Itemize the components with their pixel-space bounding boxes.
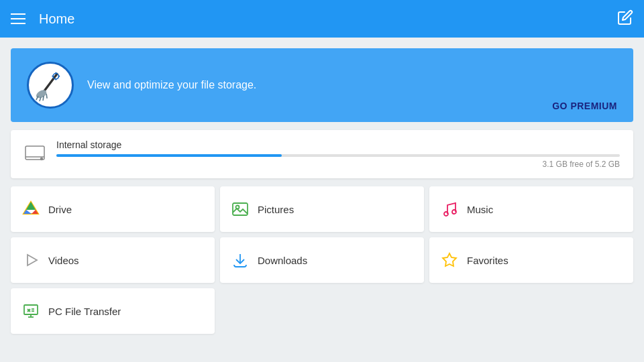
app-header: Home <box>0 0 644 38</box>
drive-item[interactable]: Drive <box>11 186 215 232</box>
storage-bar-background <box>56 154 620 157</box>
drive-icon <box>21 200 40 219</box>
storage-device-icon <box>24 142 46 166</box>
pc-file-transfer-label: PC File Transfer <box>48 306 121 317</box>
favorites-icon <box>440 251 459 269</box>
pc-file-transfer-icon <box>21 302 40 320</box>
downloads-item[interactable]: Downloads <box>220 237 424 283</box>
pc-file-transfer-item[interactable]: PC File Transfer <box>11 288 215 334</box>
pictures-label: Pictures <box>258 204 294 215</box>
pictures-item[interactable]: Pictures <box>220 186 424 232</box>
music-label: Music <box>467 204 493 215</box>
go-premium-button[interactable]: GO PREMIUM <box>552 101 617 111</box>
storage-info: Internal storage 3.1 GB free of 5.2 GB <box>56 139 620 169</box>
svg-line-5 <box>46 94 47 98</box>
music-icon <box>440 200 459 219</box>
edit-icon[interactable] <box>617 9 633 28</box>
svg-marker-23 <box>28 255 37 265</box>
banner-text: View and optimize your file storage. <box>87 79 617 91</box>
videos-item[interactable]: Videos <box>11 237 215 283</box>
drive-label: Drive <box>48 204 72 215</box>
svg-marker-25 <box>443 253 456 266</box>
pictures-icon <box>231 200 250 219</box>
downloads-label: Downloads <box>258 255 307 266</box>
header-left: Home <box>11 11 74 27</box>
broom-icon <box>27 62 74 109</box>
main-content: View and optimize your file storage. GO … <box>0 38 644 345</box>
videos-label: Videos <box>48 255 79 266</box>
menu-icon[interactable] <box>11 13 25 24</box>
svg-point-13 <box>41 158 43 160</box>
storage-bar-fill <box>56 154 282 157</box>
svg-rect-26 <box>24 305 38 314</box>
favorites-label: Favorites <box>467 255 508 266</box>
storage-label: Internal storage <box>56 139 620 150</box>
storage-card[interactable]: Internal storage 3.1 GB free of 5.2 GB <box>11 130 633 178</box>
svg-rect-19 <box>233 203 248 215</box>
storage-size-text: 3.1 GB free of 5.2 GB <box>56 160 620 169</box>
videos-icon <box>21 251 40 269</box>
svg-marker-16 <box>26 202 36 210</box>
category-grid: Drive Pictures Music <box>11 186 633 334</box>
page-title: Home <box>39 11 74 27</box>
storage-banner: View and optimize your file storage. GO … <box>11 48 633 122</box>
music-item[interactable]: Music <box>429 186 633 232</box>
svg-line-4 <box>43 97 44 101</box>
downloads-icon <box>231 251 250 269</box>
svg-line-0 <box>44 74 57 92</box>
favorites-item[interactable]: Favorites <box>429 237 633 283</box>
